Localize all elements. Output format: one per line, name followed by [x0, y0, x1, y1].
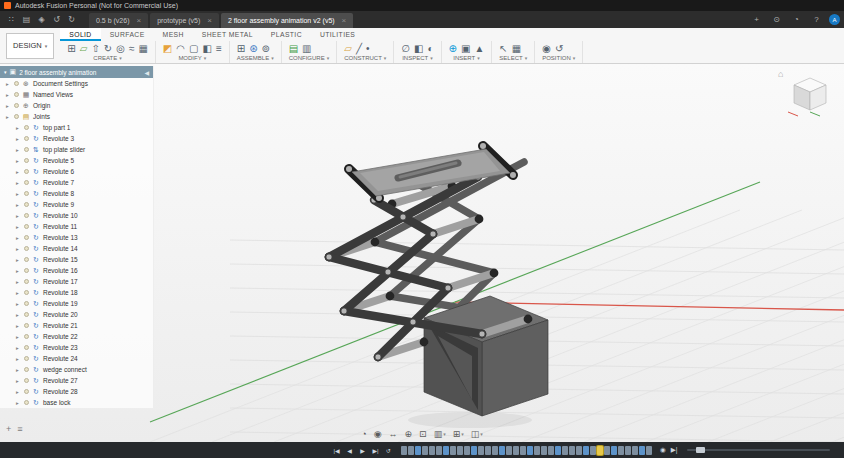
go-to-end-icon[interactable]: ▶| — [371, 447, 380, 454]
tree-item[interactable]: ▸↻Revolute 20 — [0, 309, 153, 320]
visibility-icon[interactable] — [24, 169, 29, 174]
tree-caret-icon[interactable]: ▸ — [16, 257, 21, 263]
tree-caret-icon[interactable]: ▸ — [16, 235, 21, 241]
go-to-start-icon[interactable]: |◀ — [332, 447, 341, 454]
profile-avatar[interactable]: A — [829, 14, 840, 25]
display-settings-icon[interactable]: ▥▾ — [434, 429, 446, 439]
tree-item[interactable]: ▸↻Revolute 3 — [0, 133, 153, 144]
visibility-icon[interactable] — [24, 125, 29, 130]
new-tab-icon[interactable]: + — [749, 12, 764, 27]
tree-caret-icon[interactable]: ▸ — [16, 169, 21, 175]
visibility-icon[interactable] — [14, 114, 19, 119]
ribbon-tab-solid[interactable]: SOLID — [60, 28, 100, 41]
insert-mesh-icon[interactable]: ▲ — [474, 42, 484, 55]
visibility-icon[interactable] — [24, 202, 29, 207]
notifications-icon[interactable]: ◔ — [789, 12, 804, 27]
timeline-feature-icon[interactable] — [464, 446, 470, 455]
visibility-icon[interactable] — [24, 246, 29, 251]
timeline-feature-icon[interactable] — [583, 446, 589, 455]
tree-item[interactable]: ▸⇅top plate slider — [0, 144, 153, 155]
toolbar-group-label[interactable]: INSERT▾ — [449, 55, 485, 61]
tree-item[interactable]: ▸↻Revolute 6 — [0, 166, 153, 177]
tree-item[interactable]: ▸⊛Document Settings — [0, 78, 153, 89]
tree-caret-icon[interactable]: ▸ — [16, 213, 21, 219]
visibility-icon[interactable] — [24, 312, 29, 317]
tree-caret-icon[interactable]: ▸ — [16, 400, 21, 406]
save-icon[interactable]: ◈ — [34, 12, 49, 27]
timeline-feature-icon[interactable] — [450, 446, 456, 455]
timeline-feature-icon[interactable] — [429, 446, 435, 455]
timeline-feature-icon[interactable] — [492, 446, 498, 455]
tree-item[interactable]: ▸↻Revolute 15 — [0, 254, 153, 265]
timeline-marker-icon[interactable]: ◉ — [660, 446, 666, 454]
toolbar-group-label[interactable]: POSITION▾ — [542, 55, 575, 61]
visibility-icon[interactable] — [24, 224, 29, 229]
timeline-feature-icon[interactable] — [443, 446, 449, 455]
press-pull-icon[interactable]: ◩ — [163, 42, 172, 55]
create-sketch-icon[interactable]: ▱ — [80, 42, 88, 55]
tree-caret-icon[interactable]: ▸ — [16, 191, 21, 197]
tree-item[interactable]: ▸↻top part 1 — [0, 122, 153, 133]
tree-item[interactable]: ▸↻Revolute 23 — [0, 342, 153, 353]
visibility-icon[interactable] — [14, 103, 19, 108]
tree-item[interactable]: ▸↻Revolute 8 — [0, 188, 153, 199]
close-tab-icon[interactable]: × — [207, 16, 212, 25]
toolbar-group-label[interactable]: CONSTRUCT▾ — [344, 55, 386, 61]
tree-caret-icon[interactable]: ▸ — [6, 81, 11, 87]
toolbar-group-label[interactable]: INSPECT▾ — [401, 55, 433, 61]
timeline-zoom-slider[interactable] — [687, 449, 830, 451]
grid-settings-icon[interactable]: ⊞▾ — [453, 429, 464, 439]
visibility-icon[interactable] — [24, 147, 29, 152]
visibility-icon[interactable] — [24, 191, 29, 196]
tree-caret-icon[interactable]: ▸ — [6, 92, 11, 98]
pan-icon[interactable]: ↔ — [389, 429, 398, 439]
orbit-icon[interactable]: ◔ — [361, 429, 366, 439]
timeline-feature-icon[interactable] — [527, 446, 533, 455]
selection-filter-icon[interactable]: ▦ — [512, 42, 521, 55]
timeline-feature-icon[interactable] — [555, 446, 561, 455]
extrude-icon[interactable]: ⇧ — [91, 42, 99, 55]
viewport[interactable]: ⌂ ▾ ▣ 2 floor assembly animation ◀ ▸⊛Doc… — [0, 64, 844, 442]
fit-icon[interactable]: ⊡ — [419, 429, 427, 439]
timeline-feature-icon[interactable] — [646, 446, 652, 455]
tree-caret-icon[interactable]: ▸ — [16, 246, 21, 252]
scissor-lift-model[interactable] — [325, 143, 548, 428]
close-tab-icon[interactable]: × — [342, 16, 347, 25]
pattern-icon[interactable]: ▦ — [138, 42, 147, 55]
select-icon[interactable]: ↖ — [499, 42, 507, 55]
tree-item[interactable]: ▸↻Revolute 19 — [0, 298, 153, 309]
tree-caret-icon[interactable]: ▸ — [16, 279, 21, 285]
ribbon-tab-mesh[interactable]: MESH — [154, 28, 193, 41]
undo-icon[interactable]: ↺ — [49, 12, 64, 27]
construction-point-icon[interactable]: • — [366, 42, 370, 55]
tree-item[interactable]: ▸↻Revolute 24 — [0, 353, 153, 364]
ribbon-tab-sheet-metal[interactable]: SHEET METAL — [193, 28, 262, 41]
ribbon-tab-utilities[interactable]: UTILITIES — [311, 28, 364, 41]
tree-item[interactable]: ▸▤Joints — [0, 111, 153, 122]
section-analysis-icon[interactable]: ◐ — [428, 42, 434, 55]
visibility-icon[interactable] — [24, 235, 29, 240]
visibility-icon[interactable] — [24, 389, 29, 394]
tree-caret-icon[interactable]: ▸ — [16, 224, 21, 230]
tree-caret-icon[interactable]: ▸ — [16, 389, 21, 395]
comments-icon[interactable]: ≡ — [17, 424, 22, 434]
timeline-feature-icon[interactable] — [639, 446, 645, 455]
timeline-feature-icon[interactable] — [513, 446, 519, 455]
timeline-feature-icon[interactable] — [478, 446, 484, 455]
timeline-feature-icon[interactable] — [436, 446, 442, 455]
tree-item[interactable]: ▸↻Revolute 11 — [0, 221, 153, 232]
visibility-icon[interactable] — [24, 279, 29, 284]
visibility-icon[interactable] — [24, 334, 29, 339]
tree-caret-icon[interactable]: ▸ — [16, 290, 21, 296]
ribbon-tab-plastic[interactable]: PLASTIC — [262, 28, 311, 41]
timeline-feature-icon[interactable] — [590, 446, 596, 455]
browser-root-row[interactable]: ▾ ▣ 2 floor assembly animation ◀ — [0, 66, 153, 78]
timeline-feature-icon[interactable] — [569, 446, 575, 455]
tree-item[interactable]: ▸↻base lock — [0, 397, 153, 408]
home-icon[interactable]: ⌂ — [778, 69, 783, 79]
tree-caret-icon[interactable]: ▸ — [16, 136, 21, 142]
tree-caret-icon[interactable]: ▸ — [16, 268, 21, 274]
tree-item[interactable]: ▸↻Revolute 13 — [0, 232, 153, 243]
tree-caret-icon[interactable]: ▸ — [16, 147, 21, 153]
tree-caret-icon[interactable]: ▸ — [16, 202, 21, 208]
